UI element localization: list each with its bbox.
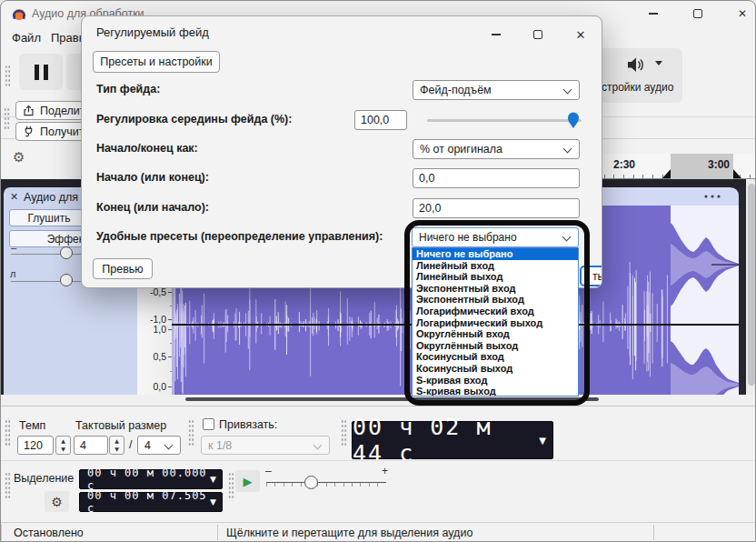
dropdown-item[interactable]: Округлённый вход (413, 328, 578, 340)
dialog-title: Регулируемый фейд (96, 25, 209, 39)
timeline-options-gear-icon[interactable]: ⚙ (13, 149, 25, 166)
dialog-minimize-button[interactable] (482, 24, 510, 45)
close-button[interactable]: ✕ (729, 3, 756, 25)
fade-type-label: Тип фейда: (96, 83, 160, 95)
snap-checkbox[interactable] (203, 418, 214, 430)
dialog-maximize-button[interactable] (524, 24, 552, 45)
timeline-label: 3:00 (702, 158, 735, 171)
tempo-spinner[interactable]: ▲▼ (55, 436, 71, 455)
time-format-caret-icon[interactable]: ▼ (539, 436, 548, 446)
selection-end-flag[interactable] (733, 169, 741, 178)
time-signature-lower-select[interactable]: 4 (137, 436, 181, 455)
toolbar-grip[interactable] (5, 419, 11, 447)
timeline-label: 2:30 (608, 158, 641, 171)
fade-type-select[interactable]: Фейд-подъём (413, 80, 580, 100)
vertical-scrollbar[interactable] (746, 179, 756, 395)
presets-settings-button[interactable]: Пресеты и настройки (93, 51, 220, 73)
selection-start-flag[interactable] (662, 169, 671, 178)
minimize-button[interactable] (640, 3, 667, 25)
gear-icon: ⚙ (51, 495, 63, 509)
time-signature-spinner[interactable]: ▲▼ (109, 436, 124, 455)
start-input[interactable]: 0,0 (413, 168, 580, 188)
midfade-label: Регулировка середины фейда (%): (96, 113, 292, 125)
snap-label[interactable]: Привязать: (219, 418, 277, 431)
speed-slider-knob[interactable] (304, 476, 318, 489)
dropdown-item[interactable]: Косинусный выход (413, 363, 578, 375)
gain-slider-knob[interactable] (60, 246, 73, 259)
dialog-close-button[interactable]: ✕ (567, 24, 594, 45)
dropdown-item[interactable]: Линейный вход (413, 260, 578, 272)
dropdown-item[interactable]: Округлённый выход (413, 340, 578, 352)
play-icon: ▶ (244, 475, 253, 488)
selection-options-button[interactable]: ⚙ (45, 491, 69, 512)
selection-end-field[interactable]: 00 ч 00 м 07.505 с ▼ (79, 492, 223, 512)
selection-label: Выделение (14, 472, 74, 485)
units-select[interactable]: % от оригинала (413, 139, 580, 159)
dropdown-item[interactable]: Ничего не выбрано (413, 248, 578, 260)
toolbar-grip[interactable] (5, 65, 11, 86)
presets-dropdown-list[interactable]: Ничего не выбраноЛинейный входЛинейный в… (412, 247, 579, 396)
dropdown-item[interactable]: S-кривая выход (413, 386, 578, 396)
horizontal-scrollbar-thumb[interactable] (185, 397, 599, 401)
share-icon (23, 105, 35, 116)
end-input[interactable]: 20,0 (413, 198, 580, 218)
dropdown-item[interactable]: Косинусный вход (413, 351, 578, 363)
midfade-input[interactable]: 100,0 (354, 110, 407, 130)
audacity-window: Аудио для обработки ✕ Файл Правка Подели… (0, 0, 756, 542)
dropdown-item[interactable]: Экспонентный выход (413, 294, 578, 306)
end-label: Конец (или начало): (96, 201, 209, 214)
plug-icon (23, 125, 35, 137)
horizontal-scrollbar[interactable] (1, 395, 756, 406)
slider-thumb-icon[interactable] (567, 111, 580, 129)
handy-presets-select[interactable]: Ничего не выбрано (412, 227, 579, 247)
toolbar-grip[interactable] (4, 107, 10, 131)
toolbar-grip[interactable] (228, 472, 234, 499)
status-bar: Остановлено Щёлкните и перетащите для вы… (1, 522, 756, 542)
time-signature-label: Тактовый размер (75, 419, 166, 432)
dropdown-item[interactable]: Экспонентный вход (413, 283, 578, 295)
tempo-input[interactable]: 120 (17, 436, 54, 455)
status-state: Остановлено (14, 527, 84, 539)
app-logo-icon (12, 6, 26, 21)
time-signature-upper-input[interactable]: 4 (74, 436, 108, 455)
preview-button[interactable]: Превью (93, 258, 153, 279)
time-toolbar: Темп 120 ▲▼ Тактовый размер 4 ▲▼ / 4 При… (1, 406, 756, 460)
dropdown-item[interactable]: Линейный выход (413, 271, 578, 283)
selection-toolbar: Выделение ⚙ 00 ч 00 м 00.000 с ▼ 00 ч 00… (1, 460, 756, 522)
playback-time-display[interactable]: 00 ч 02 м 44 с ▼ (352, 421, 553, 459)
pan-slider-knob[interactable] (60, 274, 73, 286)
vertical-scrollbar-thumb[interactable] (748, 184, 755, 386)
play-at-speed-button[interactable]: ▶ (235, 470, 260, 492)
pause-button[interactable] (19, 54, 63, 90)
dropdown-item[interactable]: S-кривая вход (413, 375, 578, 386)
pan-slider-label: л (10, 268, 15, 279)
menu-file[interactable]: Файл (12, 31, 41, 45)
chevron-down-icon (655, 61, 662, 65)
status-hint: Щёлкните и перетащите для выделения ауди… (226, 527, 472, 539)
tempo-label: Темп (19, 419, 45, 432)
apply-button-partial[interactable]: ть (580, 266, 602, 286)
toolbar-grip[interactable] (5, 472, 11, 499)
caret-down-icon: ▼ (210, 475, 217, 484)
selection-start-field[interactable]: 00 ч 00 м 00.000 с ▼ (79, 469, 223, 489)
gain-slider-label: – (11, 242, 16, 253)
snap-select[interactable]: к 1/8 (201, 436, 330, 455)
dropdown-item[interactable]: Логарифмический выход (413, 317, 578, 329)
speed-slider-track[interactable] (266, 482, 386, 487)
speed-minus-label: – (265, 465, 272, 477)
dropdown-item[interactable]: Логарифмический вход (413, 306, 578, 317)
midfade-slider[interactable] (427, 111, 582, 129)
units-label: Начало/конец как: (96, 142, 198, 155)
toolbar-grip[interactable] (341, 419, 347, 447)
toolbar-grip[interactable] (188, 419, 194, 447)
track-close-icon[interactable]: ✕ (10, 191, 18, 203)
mute-button[interactable]: Глушить (9, 209, 89, 226)
pause-icon (35, 65, 39, 80)
caret-down-icon: ▼ (210, 497, 217, 507)
presets-label: Удобные пресеты (переопределение управле… (96, 230, 383, 243)
start-label: Начало (или конец): (96, 171, 209, 184)
maximize-button[interactable] (684, 3, 711, 25)
time-signature-divider: / (129, 438, 132, 451)
speed-plus-label: + (382, 465, 388, 477)
speaker-icon (628, 57, 648, 73)
